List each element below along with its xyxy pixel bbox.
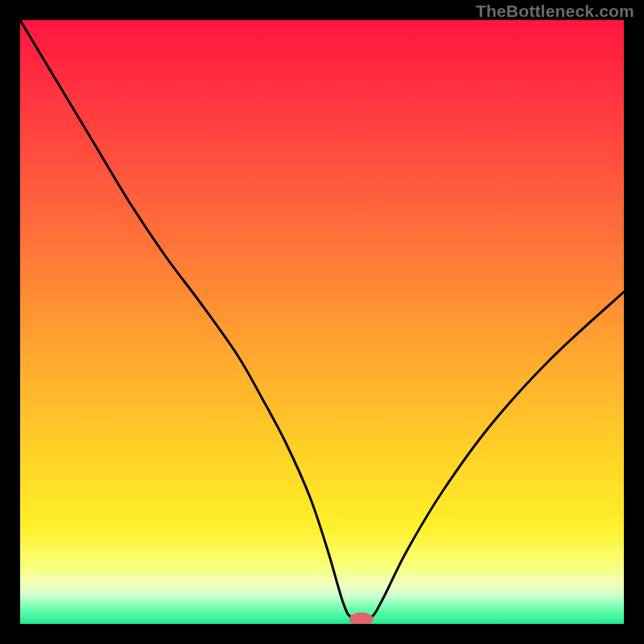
chart-frame: TheBottleneck.com xyxy=(0,0,644,644)
watermark-text: TheBottleneck.com xyxy=(476,2,634,21)
bottleneck-chart xyxy=(20,20,624,624)
